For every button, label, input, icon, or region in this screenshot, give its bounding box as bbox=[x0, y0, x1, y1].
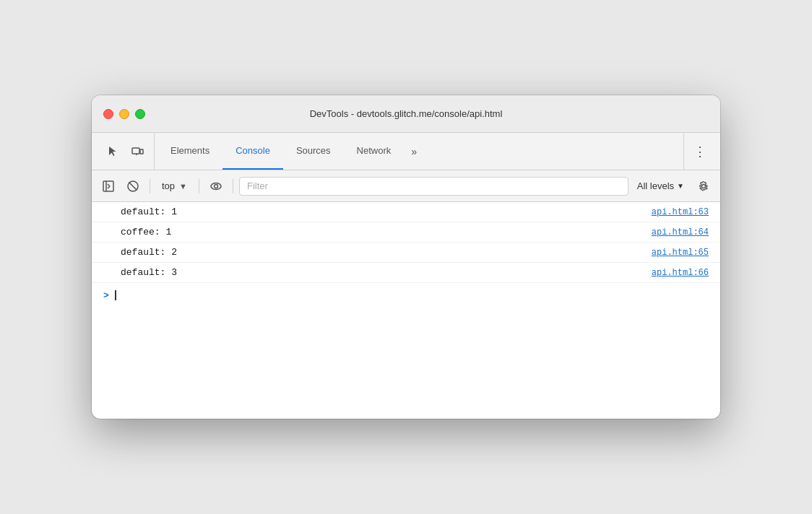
console-text-2: default: 2 bbox=[121, 247, 640, 258]
svg-rect-0 bbox=[132, 148, 139, 154]
tab-sources[interactable]: Sources bbox=[283, 133, 344, 170]
device-toolbar-button[interactable] bbox=[126, 141, 148, 162]
console-toolbar: top ▼ All levels ▼ bbox=[92, 170, 720, 202]
console-output: default: 1 api.html:63 coffee: 1 api.htm… bbox=[92, 202, 720, 283]
console-link-1[interactable]: api.html:64 bbox=[652, 227, 709, 238]
tab-network[interactable]: Network bbox=[344, 133, 405, 170]
clear-icon bbox=[126, 180, 139, 193]
inspect-element-button[interactable] bbox=[102, 141, 124, 162]
svg-line-5 bbox=[108, 184, 110, 186]
console-settings-button[interactable] bbox=[693, 175, 714, 197]
console-row-2: default: 2 api.html:65 bbox=[92, 243, 720, 263]
toolbar-end: ⋮ bbox=[683, 133, 716, 170]
minimize-button[interactable] bbox=[119, 109, 129, 119]
gear-icon bbox=[698, 180, 709, 192]
device-icon bbox=[131, 145, 144, 158]
svg-point-10 bbox=[214, 184, 217, 188]
svg-point-11 bbox=[702, 184, 706, 188]
console-text-0: default: 1 bbox=[121, 206, 640, 217]
svg-line-6 bbox=[108, 186, 110, 188]
separator-3 bbox=[233, 179, 233, 193]
svg-rect-3 bbox=[103, 181, 113, 191]
console-row-1: coffee: 1 api.html:64 bbox=[92, 222, 720, 243]
tab-console[interactable]: Console bbox=[223, 133, 283, 170]
console-cursor bbox=[115, 290, 116, 300]
separator-1 bbox=[150, 179, 150, 193]
devtools-window: DevTools - devtools.glitch.me/console/ap… bbox=[92, 95, 720, 419]
console-link-0[interactable]: api.html:63 bbox=[652, 207, 709, 217]
filter-input[interactable] bbox=[239, 177, 629, 196]
console-prompt: > bbox=[103, 290, 109, 301]
console-text-3: default: 3 bbox=[121, 267, 640, 278]
console-body: default: 1 api.html:63 coffee: 1 api.htm… bbox=[92, 202, 720, 419]
window-title: DevTools - devtools.glitch.me/console/ap… bbox=[310, 108, 503, 119]
log-levels-button[interactable]: All levels ▼ bbox=[631, 178, 690, 194]
sidebar-toggle-button[interactable] bbox=[98, 175, 119, 197]
titlebar: DevTools - devtools.glitch.me/console/ap… bbox=[92, 95, 720, 133]
cursor-icon bbox=[106, 145, 119, 158]
console-text-1: coffee: 1 bbox=[121, 227, 640, 238]
toolbar-icons bbox=[96, 133, 155, 170]
console-row-3: default: 3 api.html:66 bbox=[92, 263, 720, 283]
console-link-2[interactable]: api.html:65 bbox=[652, 248, 709, 258]
console-link-3[interactable]: api.html:66 bbox=[652, 268, 709, 278]
svg-line-8 bbox=[129, 182, 137, 190]
eye-icon bbox=[210, 180, 223, 193]
clear-console-button[interactable] bbox=[122, 175, 144, 197]
live-expressions-button[interactable] bbox=[205, 175, 227, 197]
traffic-lights bbox=[103, 109, 145, 119]
devtools-toolbar: Elements Console Sources Network » ⋮ bbox=[92, 133, 720, 170]
console-input-row: > bbox=[92, 283, 720, 308]
close-button[interactable] bbox=[103, 109, 113, 119]
maximize-button[interactable] bbox=[135, 109, 145, 119]
context-selector[interactable]: top ▼ bbox=[156, 178, 193, 194]
more-tabs-button[interactable]: » bbox=[404, 133, 424, 170]
sidebar-icon bbox=[102, 180, 115, 193]
svg-rect-1 bbox=[140, 149, 143, 154]
tabs-container: Elements Console Sources Network » bbox=[157, 133, 683, 170]
tab-elements[interactable]: Elements bbox=[157, 133, 223, 170]
separator-2 bbox=[199, 179, 199, 193]
console-row-0: default: 1 api.html:63 bbox=[92, 202, 720, 222]
more-menu-button[interactable]: ⋮ bbox=[690, 141, 710, 162]
